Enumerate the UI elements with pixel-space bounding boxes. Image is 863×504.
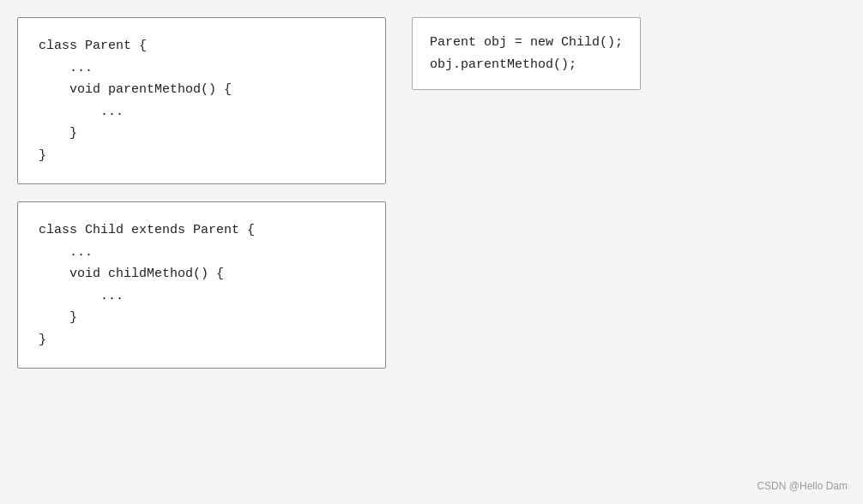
usage-line-2: obj.parentMethod();	[430, 54, 623, 76]
parent-class-box: class Parent { ... void parentMethod() {…	[17, 17, 386, 184]
child-line-3: void childMethod() {	[39, 263, 365, 285]
left-column: class Parent { ... void parentMethod() {…	[17, 17, 386, 487]
parent-line-5: }	[39, 123, 365, 145]
child-line-2: ...	[39, 242, 365, 264]
right-column: Parent obj = new Child(); obj.parentMeth…	[412, 17, 846, 487]
parent-line-2: ...	[39, 57, 365, 80]
watermark: CSDN @Hello Dam	[757, 480, 848, 492]
child-class-box: class Child extends Parent { ... void ch…	[17, 201, 386, 369]
usage-line-1: Parent obj = new Child();	[430, 32, 623, 54]
child-line-5: }	[39, 307, 365, 329]
parent-line-6: }	[39, 145, 365, 167]
main-container: class Parent { ... void parentMethod() {…	[0, 0, 863, 504]
parent-line-3: void parentMethod() {	[39, 79, 365, 101]
usage-box: Parent obj = new Child(); obj.parentMeth…	[412, 17, 641, 90]
child-line-1: class Child extends Parent {	[39, 219, 365, 242]
parent-line-1: class Parent {	[39, 35, 365, 57]
child-line-4: ...	[39, 285, 365, 308]
child-line-6: }	[39, 329, 365, 351]
parent-line-4: ...	[39, 101, 365, 123]
